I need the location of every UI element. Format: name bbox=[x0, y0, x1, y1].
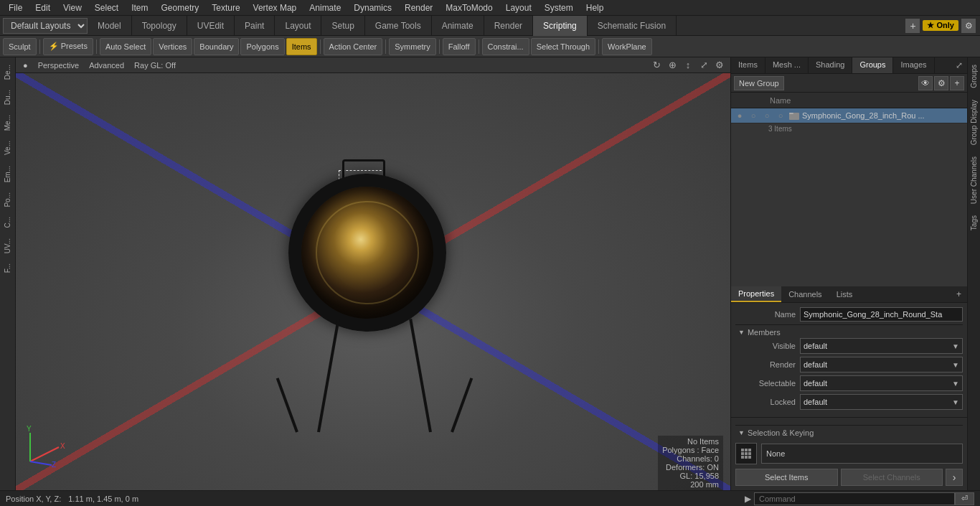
vp-zoom-icon[interactable]: ⊕ bbox=[666, 59, 679, 72]
select-through-button[interactable]: Select Through bbox=[531, 38, 595, 55]
boundary-button[interactable]: Boundary bbox=[194, 38, 239, 55]
group-eye4-icon[interactable]: ○ bbox=[775, 110, 786, 121]
auto-select-button[interactable]: Auto Select bbox=[100, 38, 151, 55]
edge-tab-user-channels[interactable]: User Channels bbox=[969, 151, 979, 210]
group-eye-icon[interactable]: ● bbox=[734, 110, 745, 121]
layout-tab-model[interactable]: Model bbox=[88, 16, 132, 36]
polygons-button[interactable]: Polygons bbox=[240, 38, 284, 55]
select-items-button[interactable]: Select Items bbox=[735, 469, 838, 486]
members-section[interactable]: ▼ Members bbox=[735, 324, 963, 338]
left-tab-f[interactable]: F... bbox=[2, 259, 13, 277]
action-center-button[interactable]: Action Center bbox=[324, 38, 383, 55]
right-tab-expand[interactable]: ⤢ bbox=[951, 57, 967, 73]
props-tab-channels[interactable]: Channels bbox=[781, 287, 829, 301]
workplane-button[interactable]: WorkPlane bbox=[602, 38, 652, 55]
menu-view[interactable]: View bbox=[57, 1, 88, 14]
symmetry-button[interactable]: Symmetry bbox=[389, 38, 436, 55]
add-layout-button[interactable]: + bbox=[905, 19, 920, 33]
layout-tab-scripting[interactable]: Scripting bbox=[533, 16, 588, 36]
viewport-canvas[interactable]: X Y Z No Items Polygons : Face Channels:… bbox=[16, 73, 730, 490]
menu-render[interactable]: Render bbox=[399, 1, 438, 14]
layout-tab-schematic[interactable]: Schematic Fusion bbox=[588, 16, 677, 36]
vp-toggle[interactable]: ● bbox=[20, 60, 31, 70]
groups-settings-icon[interactable]: ⚙ bbox=[934, 76, 948, 90]
presets-button[interactable]: ⚡ Presets bbox=[43, 38, 93, 55]
menu-edit[interactable]: Edit bbox=[29, 1, 56, 14]
props-tab-properties[interactable]: Properties bbox=[731, 286, 781, 302]
vp-fit-icon[interactable]: ⤢ bbox=[697, 59, 710, 72]
constrain-button[interactable]: Constrai... bbox=[482, 38, 529, 55]
select-channels-button[interactable]: Select Channels bbox=[841, 469, 943, 486]
sculpt-button[interactable]: Sculpt bbox=[3, 38, 37, 55]
groups-list[interactable]: ● ○ ○ ○ Symphonic_Gong_28_inch_Rou ... 3… bbox=[731, 108, 967, 286]
layout-tab-layout[interactable]: Layout bbox=[275, 16, 321, 36]
vp-settings-icon[interactable]: ⚙ bbox=[713, 59, 726, 72]
command-input[interactable] bbox=[754, 492, 955, 505]
items-button[interactable]: Items bbox=[286, 38, 317, 55]
viewport[interactable]: ● Perspective Advanced Ray GL: Off ↻ ⊕ ↕… bbox=[16, 57, 730, 490]
keying-grid-icon[interactable] bbox=[735, 443, 757, 464]
vp-pan-icon[interactable]: ↕ bbox=[682, 59, 694, 72]
menu-dynamics[interactable]: Dynamics bbox=[348, 1, 397, 14]
left-tab-me[interactable]: Me... bbox=[2, 111, 13, 135]
render-select[interactable]: default ▼ bbox=[800, 357, 963, 373]
groups-eye-icon[interactable]: 👁 bbox=[918, 76, 933, 90]
groups-plus-icon[interactable]: + bbox=[950, 76, 964, 90]
left-tab-po[interactable]: Po... bbox=[2, 188, 13, 212]
edge-tab-groups[interactable]: Groups bbox=[969, 59, 979, 94]
menu-texture[interactable]: Texture bbox=[206, 1, 245, 14]
group-eye3-icon[interactable]: ○ bbox=[761, 110, 773, 121]
props-tab-plus[interactable]: + bbox=[951, 288, 967, 301]
falloff-button[interactable]: Falloff bbox=[443, 38, 476, 55]
menu-maxtomodo[interactable]: MaxToModo bbox=[440, 1, 498, 14]
layout-tab-paint[interactable]: Paint bbox=[235, 16, 275, 36]
layout-tab-uvedit[interactable]: UVEdit bbox=[187, 16, 235, 36]
visible-select[interactable]: default ▼ bbox=[800, 338, 963, 354]
group-item[interactable]: ● ○ ○ ○ Symphonic_Gong_28_inch_Rou ... bbox=[731, 108, 967, 123]
group-eye2-icon[interactable]: ○ bbox=[748, 110, 759, 121]
menu-file[interactable]: File bbox=[3, 1, 28, 14]
menu-geometry[interactable]: Geometry bbox=[156, 1, 205, 14]
menu-item[interactable]: Item bbox=[126, 1, 154, 14]
menu-help[interactable]: Help bbox=[580, 1, 610, 14]
name-input[interactable] bbox=[800, 307, 963, 322]
layout-tab-animate[interactable]: Animate bbox=[432, 16, 484, 36]
right-tab-images[interactable]: Images bbox=[893, 57, 934, 73]
vp-ray-gl[interactable]: Ray GL: Off bbox=[131, 60, 179, 70]
vp-perspective[interactable]: Perspective bbox=[35, 60, 82, 70]
menu-select[interactable]: Select bbox=[89, 1, 124, 14]
layout-tab-setup[interactable]: Setup bbox=[321, 16, 364, 36]
right-tab-groups[interactable]: Groups bbox=[852, 57, 893, 73]
right-tab-items[interactable]: Items bbox=[731, 57, 765, 73]
layout-tab-topology[interactable]: Topology bbox=[132, 16, 187, 36]
menu-vertex-map[interactable]: Vertex Map bbox=[248, 1, 303, 14]
right-tab-mesh[interactable]: Mesh ... bbox=[765, 57, 809, 73]
layout-tab-render[interactable]: Render bbox=[484, 16, 533, 36]
menu-layout[interactable]: Layout bbox=[500, 1, 537, 14]
layout-selector[interactable]: Default Layouts bbox=[3, 18, 88, 34]
layout-tab-gametools[interactable]: Game Tools bbox=[365, 16, 432, 36]
left-tab-uv[interactable]: UV... bbox=[2, 234, 13, 258]
left-tab-du[interactable]: Du... bbox=[2, 85, 13, 109]
left-tab-em[interactable]: Em... bbox=[2, 161, 13, 187]
vp-advanced[interactable]: Advanced bbox=[86, 60, 127, 70]
right-tab-shading[interactable]: Shading bbox=[809, 57, 852, 73]
left-tab-ve[interactable]: Ve... bbox=[2, 136, 13, 159]
vertices-button[interactable]: Vertices bbox=[153, 38, 192, 55]
command-go-button[interactable]: ⏎ bbox=[955, 492, 974, 505]
star-badge[interactable]: ★ Only bbox=[923, 20, 958, 31]
new-group-button[interactable]: New Group bbox=[734, 76, 784, 90]
vp-rotate-icon[interactable]: ↻ bbox=[650, 59, 663, 72]
left-tab-de[interactable]: De... bbox=[2, 60, 13, 84]
menu-animate[interactable]: Animate bbox=[303, 1, 347, 14]
selectable-select[interactable]: default ▼ bbox=[800, 375, 963, 391]
props-tab-lists[interactable]: Lists bbox=[829, 287, 860, 301]
command-icon[interactable]: ▶ bbox=[745, 494, 751, 504]
edge-tab-tags[interactable]: Tags bbox=[969, 210, 979, 236]
keying-arrow-button[interactable]: › bbox=[946, 469, 963, 486]
left-tab-c[interactable]: C... bbox=[2, 212, 13, 233]
settings-icon[interactable]: ⚙ bbox=[961, 19, 976, 33]
locked-select[interactable]: default ▼ bbox=[800, 394, 963, 410]
menu-system[interactable]: System bbox=[539, 1, 579, 14]
selection-keying-header[interactable]: ▼ Selection & Keying bbox=[735, 425, 963, 439]
